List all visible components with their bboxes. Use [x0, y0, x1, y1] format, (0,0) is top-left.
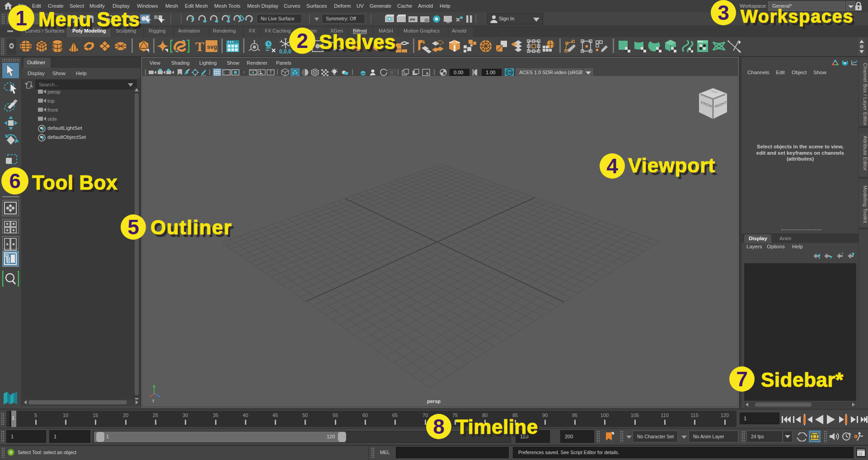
- svg-text:IPR: IPR: [410, 18, 415, 21]
- svg-text:0.00: 0.00: [454, 70, 463, 75]
- svg-text:{;}: {;}: [859, 451, 862, 455]
- svg-text:ON: ON: [507, 71, 512, 75]
- svg-text:1.00: 1.00: [486, 70, 495, 75]
- svg-text:T: T: [195, 39, 204, 54]
- svg-text:svg: svg: [207, 43, 217, 50]
- svg-text:T: T: [269, 70, 272, 75]
- svg-text:0,0,0: 0,0,0: [279, 48, 291, 54]
- svg-text:?: ?: [9, 450, 12, 455]
- svg-text:ACES 1.0 SDR-video (sRGB): ACES 1.0 SDR-video (sRGB): [519, 70, 584, 75]
